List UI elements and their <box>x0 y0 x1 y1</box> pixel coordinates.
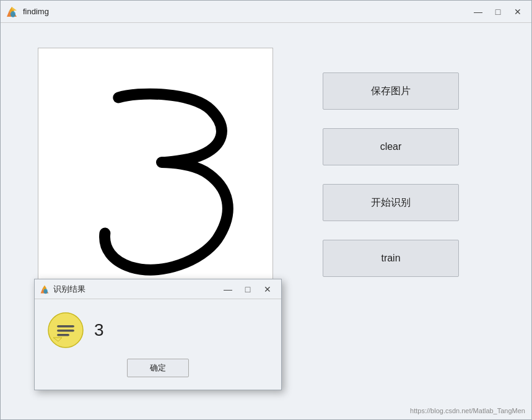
watermark: https://blog.csdn.net/Matlab_TangMen <box>410 407 525 414</box>
dialog-overlay: 识别结果 — □ ✕ 3 <box>34 279 282 390</box>
confirm-button[interactable]: 确定 <box>127 359 189 377</box>
message-icon <box>47 312 84 349</box>
buttons-panel: 保存图片 clear 开始识别 train <box>323 48 459 277</box>
recognition-result: 3 <box>94 320 104 340</box>
dialog-title-bar: 识别结果 — □ ✕ <box>35 279 281 299</box>
svg-rect-10 <box>57 334 69 336</box>
dialog-title-text: 识别结果 <box>53 284 85 295</box>
dialog-footer: 确定 <box>47 359 269 380</box>
dialog-minimize-button[interactable]: — <box>219 283 237 295</box>
digit-drawing <box>38 48 273 282</box>
dialog-controls: — □ ✕ <box>219 283 276 295</box>
dialog-content: 3 确定 <box>35 299 281 390</box>
dialog-title-left: 识别结果 <box>40 284 85 295</box>
title-bar-left: findimg <box>6 6 49 18</box>
close-button[interactable]: ✕ <box>509 6 526 18</box>
maximize-button[interactable]: □ <box>489 6 507 18</box>
svg-rect-9 <box>57 330 74 332</box>
drawing-canvas[interactable] <box>38 48 273 283</box>
clear-button[interactable]: clear <box>323 128 459 165</box>
result-dialog: 识别结果 — □ ✕ 3 <box>34 279 282 390</box>
svg-rect-8 <box>57 325 74 328</box>
svg-point-6 <box>43 289 47 294</box>
main-content: 保存图片 clear 开始识别 train <box>1 23 531 308</box>
start-recognize-button[interactable]: 开始识别 <box>323 184 459 221</box>
train-button[interactable]: train <box>323 240 459 277</box>
dialog-maximize-button[interactable]: □ <box>239 283 256 295</box>
svg-point-3 <box>11 11 15 17</box>
main-title-bar: findimg — □ ✕ <box>1 1 531 23</box>
minimize-button[interactable]: — <box>469 6 487 18</box>
matlab-icon <box>6 6 18 18</box>
dialog-close-button[interactable]: ✕ <box>259 283 276 295</box>
save-image-button[interactable]: 保存图片 <box>323 72 459 110</box>
dialog-matlab-icon <box>40 284 50 294</box>
main-window-title: findimg <box>23 7 49 16</box>
dialog-body: 3 <box>47 312 269 349</box>
title-bar-controls: — □ ✕ <box>469 6 526 18</box>
